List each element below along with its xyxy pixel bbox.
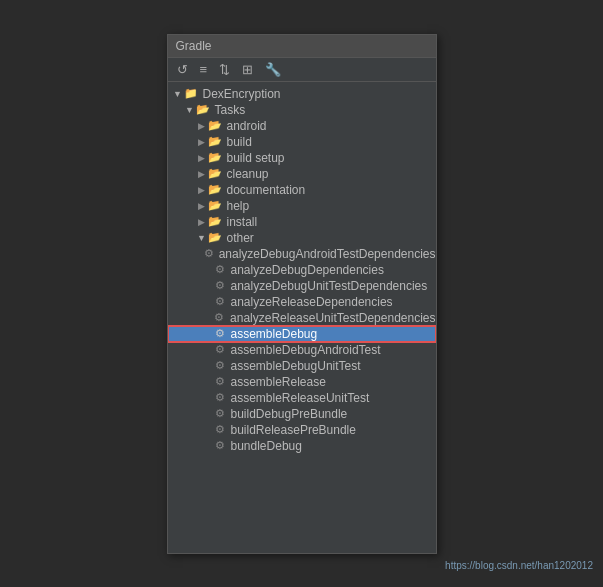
help-label: help [227,199,250,213]
build-label: build [227,135,252,149]
android-folder-icon: 📂 [208,119,224,132]
documentation-label: documentation [227,183,306,197]
documentation-node[interactable]: ▶ 📂 documentation [168,182,436,198]
list-item[interactable]: ⚙ buildDebugPreBundle [168,406,436,422]
cleanup-folder-icon: 📂 [208,167,224,180]
list-item[interactable]: ⚙ assembleReleaseUnitTest [168,390,436,406]
list-item[interactable]: ⚙ assembleRelease [168,374,436,390]
gear-icon: ⚙ [212,407,228,420]
gear-icon: ⚙ [212,439,228,452]
sort-icon[interactable]: ⇅ [216,61,233,78]
android-arrow: ▶ [196,121,208,131]
documentation-folder-icon: 📂 [208,183,224,196]
panel-title: Gradle [168,35,436,58]
list-item[interactable]: ⚙ analyzeDebugAndroidTestDependencies [168,246,436,262]
cleanup-node[interactable]: ▶ 📂 cleanup [168,166,436,182]
other-label: other [227,231,254,245]
task-label: analyzeDebugUnitTestDependencies [231,279,428,293]
task-label: assembleRelease [231,375,326,389]
root-folder-icon: 📁 [184,87,200,100]
expand-all-icon[interactable]: ≡ [197,61,211,78]
gear-icon: ⚙ [212,343,228,356]
toolbar: ↺ ≡ ⇅ ⊞ 🔧 [168,58,436,82]
task-label: assembleDebugAndroidTest [231,343,381,357]
build-folder-icon: 📂 [208,135,224,148]
tree-root[interactable]: ▼ 📁 DexEncryption [168,86,436,102]
list-item[interactable]: ⚙ analyzeDebugUnitTestDependencies [168,278,436,294]
root-arrow: ▼ [172,89,184,99]
gear-icon: ⚙ [212,359,228,372]
list-item[interactable]: ⚙ analyzeReleaseUnitTestDependencies [168,310,436,326]
android-label: android [227,119,267,133]
assemble-debug-item[interactable]: ⚙ assembleDebug [168,326,436,342]
help-arrow: ▶ [196,201,208,211]
tasks-node[interactable]: ▼ 📂 Tasks [168,102,436,118]
refresh-icon[interactable]: ↺ [174,61,191,78]
help-folder-icon: 📂 [208,199,224,212]
gear-icon: ⚙ [212,327,228,340]
task-label: analyzeDebugAndroidTestDependencies [219,247,436,261]
gear-icon: ⚙ [212,423,228,436]
list-item[interactable]: ⚙ analyzeReleaseDependencies [168,294,436,310]
other-folder-icon: 📂 [208,231,224,244]
gear-icon: ⚙ [212,263,228,276]
root-label: DexEncryption [203,87,281,101]
task-label: assembleDebugUnitTest [231,359,361,373]
documentation-arrow: ▶ [196,185,208,195]
build-setup-node[interactable]: ▶ 📂 build setup [168,150,436,166]
tasks-arrow: ▼ [184,105,196,115]
task-label: buildReleasePreBundle [231,423,356,437]
gear-icon: ⚙ [212,279,228,292]
tasks-label: Tasks [215,103,246,117]
install-folder-icon: 📂 [208,215,224,228]
android-node[interactable]: ▶ 📂 android [168,118,436,134]
task-label: analyzeReleaseUnitTestDependencies [230,311,435,325]
build-setup-folder-icon: 📂 [208,151,224,164]
install-arrow: ▶ [196,217,208,227]
list-item[interactable]: ⚙ bundleDebug [168,438,436,454]
build-arrow: ▶ [196,137,208,147]
tree-container: ▼ 📁 DexEncryption ▼ 📂 Tasks ▶ 📂 android … [168,82,436,553]
list-item[interactable]: ⚙ assembleDebugUnitTest [168,358,436,374]
filter-icon[interactable]: ⊞ [239,61,256,78]
task-label: bundleDebug [231,439,302,453]
cleanup-label: cleanup [227,167,269,181]
gear-icon: ⚙ [212,375,228,388]
gear-icon: ⚙ [212,391,228,404]
list-item[interactable]: ⚙ assembleDebugAndroidTest [168,342,436,358]
gradle-panel: Gradle ↺ ≡ ⇅ ⊞ 🔧 ▼ 📁 DexEncryption ▼ 📂 T… [167,34,437,554]
assemble-debug-label: assembleDebug [231,327,318,341]
cleanup-arrow: ▶ [196,169,208,179]
settings-icon[interactable]: 🔧 [262,61,284,78]
gear-icon: ⚙ [211,311,227,324]
tasks-folder-icon: 📂 [196,103,212,116]
task-label: buildDebugPreBundle [231,407,348,421]
install-node[interactable]: ▶ 📂 install [168,214,436,230]
list-item[interactable]: ⚙ buildReleasePreBundle [168,422,436,438]
other-node[interactable]: ▼ 📂 other [168,230,436,246]
gear-icon: ⚙ [203,247,216,260]
build-setup-arrow: ▶ [196,153,208,163]
task-label: assembleReleaseUnitTest [231,391,370,405]
gear-icon: ⚙ [212,295,228,308]
build-node[interactable]: ▶ 📂 build [168,134,436,150]
list-item[interactable]: ⚙ analyzeDebugDependencies [168,262,436,278]
install-label: install [227,215,258,229]
build-setup-label: build setup [227,151,285,165]
help-node[interactable]: ▶ 📂 help [168,198,436,214]
task-label: analyzeDebugDependencies [231,263,384,277]
other-arrow: ▼ [196,233,208,243]
task-label: analyzeReleaseDependencies [231,295,393,309]
watermark: https://blog.csdn.net/han1202012 [445,560,593,571]
